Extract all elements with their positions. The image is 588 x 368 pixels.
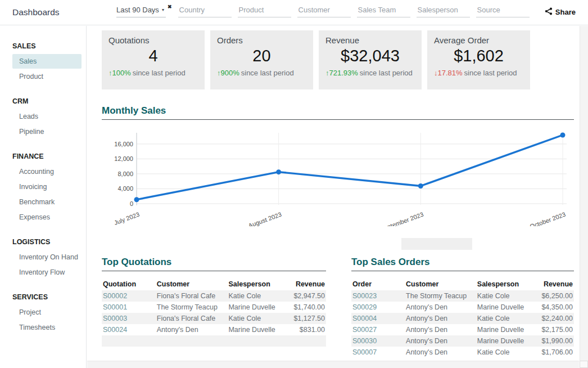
table-cell: $831.00 — [288, 324, 326, 335]
record-link[interactable]: S00027 — [351, 324, 402, 335]
monthly-sales-heading: Monthly Sales — [102, 105, 574, 120]
sidebar-section-title: FINANCE — [0, 149, 86, 164]
kpi-title: Revenue — [325, 35, 415, 45]
kpi-title: Quotations — [108, 35, 198, 45]
table-cell: Fiona's Floral Cafe — [153, 290, 225, 302]
table-header-row: OrderCustomerSalespersonRevenue — [351, 278, 574, 290]
monthly-sales-chart: 04,0008,00012,00016,000July 2023August 2… — [87, 126, 579, 226]
sidebar-item-invoicing[interactable]: Invoicing — [12, 179, 82, 194]
sidebar-section-title: CRM — [0, 94, 86, 109]
table-cell: Katie Cole — [474, 347, 536, 358]
table-row: S00003Fiona's Floral CafeKatie Cole$1,12… — [102, 313, 326, 324]
kpi-value: $32,043 — [325, 47, 415, 65]
table-cell: Katie Cole — [474, 290, 536, 302]
facet-input-country[interactable] — [178, 5, 232, 17]
table-empty-row — [102, 335, 326, 347]
table-cell: Marine Duvelle — [474, 324, 536, 335]
table-row: S00001The Stormy TeacupMarine Duvelle$1,… — [102, 302, 326, 313]
x-axis-tick-label: July 2023 — [113, 211, 140, 226]
table-cell: Antony's Den — [402, 302, 474, 313]
table-cell: $2,947.50 — [288, 290, 326, 302]
kpi-card-orders: Orders20↑900%since last period — [210, 30, 313, 89]
clear-filter-icon[interactable]: ✖ — [168, 4, 172, 10]
table-cell — [102, 335, 326, 347]
main-content: Quotations4↑100%since last periodOrders2… — [87, 26, 579, 368]
table-cell: $2,175.00 — [536, 324, 574, 335]
facet-input-salesperson[interactable] — [417, 5, 470, 17]
kpi-period-label: since last period — [464, 69, 517, 77]
record-link[interactable]: S00023 — [351, 290, 402, 302]
sidebar-item-sales[interactable]: Sales — [12, 54, 82, 69]
facet-input-product[interactable] — [238, 5, 291, 17]
sidebar-section-title: SERVICES — [0, 290, 86, 304]
table-row: S00023The Stormy TeacupKatie Cole$6,250.… — [351, 290, 574, 302]
table-cell: $6,250.00 — [536, 290, 574, 302]
kpi-change: 721.93% — [329, 69, 358, 77]
record-link[interactable]: S00001 — [102, 302, 153, 313]
chevron-down-icon: ▾ — [162, 7, 164, 12]
data-point — [134, 197, 139, 202]
table-cell: $2,240.00 — [536, 313, 574, 324]
scrollbar-corner — [580, 361, 588, 368]
y-axis-tick-label: 12,000 — [114, 155, 133, 162]
table-header-row: QuotationCustomerSalespersonRevenue — [102, 278, 326, 290]
topbar: Dashboards Last 90 Days ▾ ✖ Share — [0, 0, 588, 25]
kpi-card-revenue: Revenue$32,043↑721.93%since last period — [319, 30, 422, 89]
horizontal-scrollbar[interactable] — [87, 361, 579, 368]
record-link[interactable]: S00003 — [102, 313, 153, 324]
share-button[interactable]: Share — [545, 7, 576, 17]
arrow-up-icon: ↑ — [108, 69, 112, 77]
sidebar-item-product[interactable]: Product — [12, 69, 82, 84]
kpi-change: 17.81% — [438, 69, 463, 77]
column-header-customer: Customer — [402, 278, 474, 290]
sidebar-item-pipeline[interactable]: Pipeline — [12, 124, 82, 139]
table-cell: $1,740.00 — [288, 302, 326, 313]
table-cell: Antony's Den — [402, 324, 474, 335]
sidebar-item-inventory-flow[interactable]: Inventory Flow — [12, 265, 82, 280]
record-link[interactable]: S00007 — [351, 347, 402, 358]
date-filter-chip[interactable]: Last 90 Days ▾ ✖ — [116, 5, 172, 17]
sidebar-item-benchmark[interactable]: Benchmark — [12, 195, 82, 209]
kpi-card-quotations: Quotations4↑100%since last period — [102, 30, 205, 89]
table-cell: $1,990.00 — [536, 335, 574, 347]
kpi-value: 20 — [217, 47, 306, 65]
table-row: S00007Antony's DenKatie Cole$1,706.00 — [351, 347, 574, 358]
sidebar-item-leads[interactable]: Leads — [12, 109, 82, 124]
record-link[interactable]: S00024 — [102, 324, 153, 335]
arrow-up-icon: ↑ — [325, 69, 329, 77]
record-link[interactable]: S00030 — [351, 335, 402, 347]
filter-facets — [178, 5, 536, 17]
data-point — [418, 183, 423, 189]
record-link[interactable]: S00002 — [102, 290, 153, 302]
sidebar-section-sales: SALESSalesProduct — [0, 39, 86, 84]
kpi-period-label: since last period — [241, 69, 294, 77]
sidebar-item-inventory-on-hand[interactable]: Inventory On Hand — [12, 250, 82, 264]
kpi-title: Average Order — [434, 35, 523, 45]
top-sales-orders-table: OrderCustomerSalespersonRevenue S00023Th… — [351, 278, 574, 358]
table-row: S00030Antony's DenMarine Duvelle$1,990.0… — [351, 335, 574, 347]
date-filter[interactable]: Last 90 Days ▾ — [116, 5, 166, 17]
kpi-row: Quotations4↑100%since last periodOrders2… — [102, 30, 530, 89]
kpi-card-average-order: Average Order$1,602↓17.81%since last per… — [427, 30, 530, 89]
sidebar-section-title: SALES — [0, 39, 86, 53]
table-row: S00004Antony's DenKatie Cole$2,240.00 — [351, 313, 574, 324]
scrollbar-thumb[interactable] — [401, 238, 472, 250]
sidebar-item-expenses[interactable]: Expenses — [12, 210, 82, 225]
share-icon — [545, 7, 553, 17]
record-link[interactable]: S00029 — [351, 302, 402, 313]
table-cell: Antony's Den — [402, 335, 474, 347]
sidebar-section-title: LOGISTICS — [0, 235, 86, 249]
facet-input-source[interactable] — [476, 5, 530, 17]
table-cell: Katie Cole — [225, 313, 288, 324]
sidebar-item-accounting[interactable]: Accounting — [12, 164, 82, 179]
vertical-scrollbar[interactable] — [580, 26, 588, 361]
record-link[interactable]: S00004 — [351, 313, 402, 324]
sidebar-item-project[interactable]: Project — [12, 305, 82, 320]
column-header-customer: Customer — [153, 278, 225, 290]
sidebar-item-timesheets[interactable]: Timesheets — [12, 320, 82, 335]
sidebar-section-finance: FINANCEAccountingInvoicingBenchmarkExpen… — [0, 149, 86, 225]
facet-input-sales-team[interactable] — [357, 5, 410, 17]
arrow-down-icon: ↓ — [434, 69, 438, 77]
facet-input-customer[interactable] — [297, 5, 351, 17]
data-point — [276, 169, 281, 174]
